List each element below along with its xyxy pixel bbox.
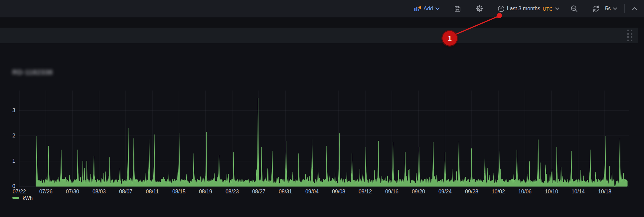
x-tick-label: 08/15 [167,188,191,195]
x-tick-label: 09/24 [433,188,457,195]
x-tick-label: 08/31 [273,188,297,195]
annotation-badge-1: 1 [442,31,457,46]
legend-label: kWh [23,195,33,201]
x-tick-label: 09/16 [380,188,404,195]
x-tick-label: 09/28 [460,188,484,195]
x-tick-label: 09/08 [327,188,351,195]
x-tick-label: 10/10 [540,188,564,195]
x-tick-label: 09/12 [353,188,377,195]
legend-item-kwh[interactable]: kWh [12,195,33,201]
grafana-dashboard: Add [0,0,644,217]
y-tick-label: 2 [4,132,15,139]
timeseries-chart[interactable] [0,0,644,217]
x-tick-label: 07/30 [61,188,84,195]
x-tick-label: 08/03 [87,188,111,195]
x-tick-label: 08/19 [194,188,218,195]
chart-gridlines [19,91,629,186]
x-tick-label: 09/20 [406,188,430,195]
x-tick-label: 10/06 [513,188,537,195]
x-tick-label: 10/18 [593,188,617,195]
x-tick-label: 10/02 [486,188,510,195]
x-tick-label: 08/07 [114,188,138,195]
x-tick-label: 08/23 [220,188,244,195]
y-tick-label: 3 [4,107,15,114]
legend-swatch [12,197,19,199]
x-tick-label: 09/04 [300,188,324,195]
x-tick-label: 07/26 [34,188,58,195]
x-tick-label: 08/11 [140,188,164,195]
x-tick-label: 08/27 [247,188,271,195]
kwh-area-series [36,98,627,186]
annotation-number: 1 [448,34,452,42]
x-tick-label: 07/22 [7,188,31,195]
x-tick-label: 10/14 [566,188,590,195]
y-tick-label: 1 [4,158,15,164]
